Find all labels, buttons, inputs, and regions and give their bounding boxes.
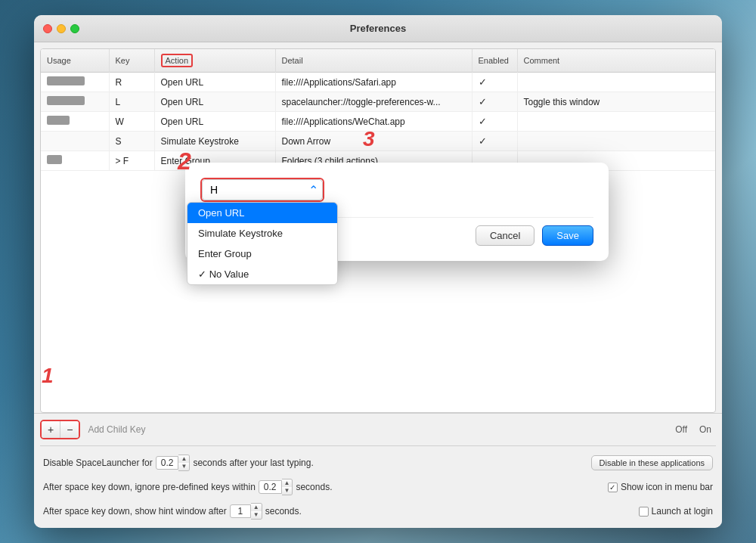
comment-cell (517, 73, 715, 92)
ignore-arrows: ▲ ▼ (282, 479, 293, 495)
usage-cell (41, 132, 109, 151)
col-comment: Comment (517, 49, 715, 73)
action-cell: Open URL (154, 73, 275, 92)
hint-suffix: seconds. (265, 506, 302, 517)
col-usage: Usage (41, 49, 109, 73)
toolbar-add-remove: + − (40, 420, 80, 439)
add-child-key-label: Add Child Key (88, 424, 145, 435)
disable-value: 0.2 (156, 456, 179, 470)
bottom-toolbar: + − Add Child Key Off On (34, 413, 722, 445)
traffic-lights (43, 24, 79, 33)
disable-down-arrow[interactable]: ▼ (178, 463, 189, 470)
minimize-button[interactable] (57, 24, 66, 33)
disable-row: Disable SpaceLauncher for 0.2 ▲ ▼ second… (43, 451, 713, 475)
checkmark-icon: ✓ (479, 76, 487, 88)
disable-stepper[interactable]: 0.2 ▲ ▼ (156, 455, 191, 471)
step-number-1: 1 (42, 364, 54, 388)
col-enabled: Enabled (472, 49, 517, 73)
disable-apps-button[interactable]: Disable in these applications (591, 455, 713, 470)
disable-arrows: ▲ ▼ (178, 455, 190, 471)
enabled-cell: ✓ (472, 73, 517, 92)
off-label: Off (671, 423, 692, 436)
enabled-cell: ✓ (472, 132, 517, 151)
table-row[interactable]: S Simulate Keystroke Down Arrow ✓ (41, 132, 715, 151)
title-bar: Preferences (34, 15, 722, 42)
hint-up-arrow[interactable]: ▲ (251, 504, 262, 511)
col-key: Key (109, 49, 154, 73)
key-cell: L (109, 92, 154, 112)
add-button[interactable]: + (42, 421, 60, 438)
modal-key-row: H ⌃ Open URL Simulate Keystroke Enter Gr… (200, 178, 593, 202)
usage-cell (41, 112, 109, 132)
hint-row: After space key down, show hint window a… (43, 499, 713, 523)
checkmark-icon: ✓ (479, 135, 487, 147)
step-number-3: 3 (363, 127, 375, 151)
key-cell: > F (109, 151, 154, 171)
action-cell: Open URL (154, 92, 275, 112)
usage-cell (41, 92, 109, 112)
settings-section: Disable SpaceLauncher for 0.2 ▲ ▼ second… (34, 446, 722, 528)
ignore-up-arrow[interactable]: ▲ (282, 479, 293, 487)
dropdown-item-enter-group[interactable]: Enter Group (187, 244, 337, 264)
launch-login-row: Launch at login (639, 506, 713, 517)
launch-login-label: Launch at login (652, 506, 713, 517)
preferences-window: Preferences Usage Key Action Detail Enab… (34, 15, 722, 528)
comment-cell: Toggle this window (517, 92, 715, 112)
on-label: On (695, 423, 716, 436)
remove-button[interactable]: − (60, 421, 79, 438)
usage-bar (47, 76, 85, 85)
modal-select-wrapper: H ⌃ Open URL Simulate Keystroke Enter Gr… (200, 178, 324, 202)
hint-prefix: After space key down, show hint window a… (43, 506, 227, 517)
ignore-row: After space key down, ignore pre-defined… (43, 475, 713, 499)
usage-bar (47, 116, 70, 125)
step-number-2: 2 (178, 147, 191, 175)
shortcuts-table: Usage Key Action Detail Enabled Comment … (41, 49, 715, 171)
enabled-cell: ✓ (472, 112, 517, 132)
ignore-suffix: seconds. (296, 482, 332, 492)
show-icon-row: ✓ Show icon in menu bar (608, 482, 713, 492)
close-button[interactable] (43, 24, 52, 33)
maximize-button[interactable] (70, 24, 79, 33)
cancel-button[interactable]: Cancel (476, 225, 534, 246)
col-detail: Detail (275, 49, 472, 73)
dropdown-item-no-value[interactable]: No Value (187, 264, 337, 284)
show-icon-checkbox[interactable]: ✓ (608, 482, 618, 492)
show-icon-label: Show icon in menu bar (621, 482, 713, 492)
on-off-toggle: Off On (671, 423, 716, 436)
table-row[interactable]: R Open URL file:///Applications/Safari.a… (41, 73, 715, 92)
hint-arrows: ▲ ▼ (251, 503, 262, 520)
checkmark-icon: ✓ (479, 116, 487, 127)
disable-suffix: seconds after your last typing. (193, 458, 313, 468)
disable-up-arrow[interactable]: ▲ (178, 455, 189, 463)
col-action: Action (154, 49, 275, 73)
launch-login-checkbox[interactable] (639, 507, 649, 517)
ignore-stepper[interactable]: 0.2 ▲ ▼ (259, 479, 293, 495)
save-button[interactable]: Save (542, 225, 593, 246)
ignore-value: 0.2 (259, 480, 282, 494)
dropdown-item-simulate-keystroke[interactable]: Simulate Keystroke (187, 223, 337, 244)
usage-cell (41, 73, 109, 92)
action-cell: Simulate Keystroke (154, 132, 275, 151)
table-header-row: Usage Key Action Detail Enabled Comment (41, 49, 715, 73)
window-title: Preferences (350, 23, 406, 34)
modal-dialog: 2 H ⌃ Open URL Simulate Keystroke Enter … (185, 163, 609, 261)
hint-stepper[interactable]: 1 ▲ ▼ (230, 503, 262, 520)
table-row[interactable]: W Open URL file:///Applications/WeChat.a… (41, 112, 715, 132)
action-col-highlight: Action (161, 54, 194, 67)
comment-cell (517, 132, 715, 151)
usage-bar (47, 155, 62, 164)
key-select[interactable]: H (202, 179, 323, 200)
key-cell: S (109, 132, 154, 151)
key-cell: R (109, 73, 154, 92)
dropdown-item-open-url[interactable]: Open URL (187, 203, 337, 223)
action-cell: Open URL (154, 112, 275, 132)
hint-value: 1 (230, 504, 251, 518)
hint-down-arrow[interactable]: ▼ (251, 511, 262, 519)
usage-cell (41, 151, 109, 171)
detail-cell: file:///Applications/Safari.app (275, 73, 472, 92)
table-row[interactable]: L Open URL spacelauncher://toggle-prefer… (41, 92, 715, 112)
comment-cell (517, 112, 715, 132)
key-cell: W (109, 112, 154, 132)
ignore-down-arrow[interactable]: ▼ (282, 487, 293, 495)
action-dropdown[interactable]: Open URL Simulate Keystroke Enter Group … (187, 202, 338, 285)
